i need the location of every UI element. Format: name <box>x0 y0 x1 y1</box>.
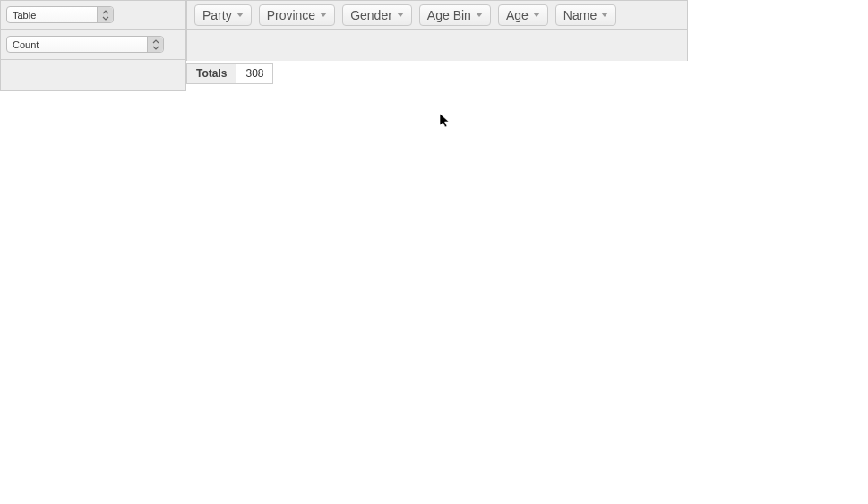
aggregator-area: Count <box>0 29 186 59</box>
attr-name[interactable]: Name <box>555 4 616 26</box>
chevron-down-icon <box>320 13 327 17</box>
totals-value: 308 <box>236 64 273 84</box>
aggregator-select-label: Count <box>13 39 39 50</box>
attr-label: Age <box>506 8 529 22</box>
chevron-down-icon <box>397 13 404 17</box>
updown-icon <box>97 7 113 22</box>
unused-attrs-dropzone[interactable]: Party Province Gender Age Bin Age Name <box>186 0 688 29</box>
attr-label: Name <box>563 8 597 22</box>
cols-dropzone[interactable] <box>186 29 688 61</box>
renderer-select-label: Table <box>13 10 36 21</box>
rows-dropzone[interactable] <box>0 59 186 91</box>
attr-label: Gender <box>350 8 392 22</box>
chevron-down-icon <box>601 13 608 17</box>
renderer-select[interactable]: Table <box>6 6 114 23</box>
renderer-area: Table <box>0 0 186 29</box>
attr-age[interactable]: Age <box>498 4 548 26</box>
attr-label: Party <box>202 8 232 22</box>
attr-agebin[interactable]: Age Bin <box>419 4 491 26</box>
table-row: Totals 308 <box>187 64 273 84</box>
chevron-down-icon <box>476 13 483 17</box>
attr-party[interactable]: Party <box>194 4 252 26</box>
chevron-down-icon <box>533 13 540 17</box>
attr-label: Age Bin <box>427 8 471 22</box>
aggregator-select[interactable]: Count <box>6 36 164 53</box>
updown-icon <box>147 37 163 52</box>
pivot-table: Totals 308 <box>186 63 273 84</box>
result-area: Totals 308 <box>186 63 688 84</box>
totals-label: Totals <box>187 64 236 84</box>
attr-province[interactable]: Province <box>259 4 335 26</box>
attr-label: Province <box>267 8 315 22</box>
chevron-down-icon <box>236 13 244 17</box>
attr-gender[interactable]: Gender <box>342 4 412 26</box>
